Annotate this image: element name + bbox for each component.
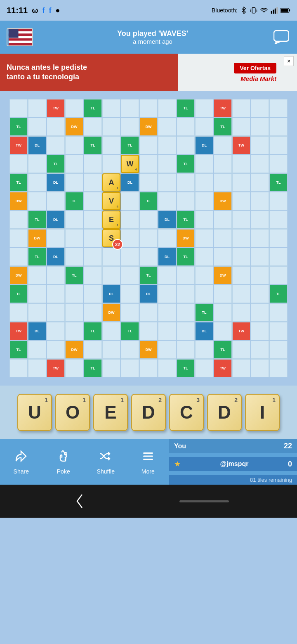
cell-7-12 bbox=[214, 211, 232, 229]
cell-1-5: TL bbox=[84, 99, 102, 117]
cell-3-15 bbox=[269, 136, 288, 154]
ad-banner[interactable]: Nunca antes le pedistetanto a tu tecnolo… bbox=[0, 54, 297, 91]
cell-8-15 bbox=[269, 229, 288, 247]
cell-13-3 bbox=[47, 322, 65, 340]
cell-9-9: DL bbox=[158, 248, 176, 266]
cell-1-4 bbox=[65, 99, 83, 117]
cell-15-4 bbox=[65, 359, 83, 377]
cell-1-15 bbox=[269, 99, 288, 117]
cell-4-14 bbox=[251, 155, 269, 173]
chat-button[interactable] bbox=[272, 28, 290, 46]
cell-7-15 bbox=[269, 211, 288, 229]
rack-tile-O[interactable]: 1 O bbox=[55, 394, 90, 431]
cell-5-2 bbox=[28, 173, 46, 192]
rack-tile-U[interactable]: 1 U bbox=[17, 394, 52, 431]
cell-13-10 bbox=[177, 322, 195, 340]
svg-rect-22 bbox=[9, 29, 19, 38]
cell-14-2 bbox=[28, 341, 46, 359]
rack-tile-D[interactable]: 2 D bbox=[131, 394, 166, 431]
cell-12-8 bbox=[139, 303, 158, 322]
status-left: 11:11 ω f f ● bbox=[7, 6, 60, 15]
cell-6-2 bbox=[28, 192, 46, 210]
cell-12-1 bbox=[9, 303, 28, 322]
cell-14-10 bbox=[177, 341, 195, 359]
cell-3-8 bbox=[139, 136, 158, 154]
cell-13-15 bbox=[269, 322, 288, 340]
back-button[interactable] bbox=[68, 493, 93, 509]
cell-11-4 bbox=[65, 285, 83, 303]
battery-icon bbox=[280, 7, 290, 14]
cell-15-8 bbox=[139, 359, 158, 377]
cell-7-8 bbox=[139, 211, 158, 229]
cell-6-13 bbox=[232, 192, 250, 210]
cell-9-12 bbox=[214, 248, 232, 266]
tile-A: A1 bbox=[102, 173, 120, 192]
cell-7-7 bbox=[121, 211, 139, 229]
poke-button[interactable]: Poke bbox=[42, 446, 85, 478]
cell-3-2: DL bbox=[28, 136, 46, 154]
opponent-name: @jmspqr bbox=[220, 460, 249, 468]
cell-14-9 bbox=[158, 341, 176, 359]
cell-1-3: TW bbox=[47, 99, 65, 117]
rack-tile-I[interactable]: 1 I bbox=[245, 394, 280, 431]
cell-6-12: DW bbox=[214, 192, 232, 210]
rack-tile-score-E: 1 bbox=[120, 397, 124, 403]
cell-13-9 bbox=[158, 322, 176, 340]
cell-2-7 bbox=[121, 118, 139, 136]
cell-13-11: DL bbox=[195, 322, 213, 340]
cell-9-15 bbox=[269, 248, 288, 266]
cell-14-13 bbox=[232, 341, 250, 359]
cell-3-3 bbox=[47, 136, 65, 154]
shuffle-icon bbox=[99, 450, 112, 466]
cell-4-9 bbox=[158, 155, 176, 173]
cell-10-9 bbox=[158, 266, 176, 284]
cell-10-12: DW bbox=[214, 266, 232, 284]
svg-rect-26 bbox=[143, 455, 153, 457]
cell-15-14 bbox=[251, 359, 269, 377]
cell-13-14 bbox=[251, 322, 269, 340]
cell-2-8: DW bbox=[139, 118, 158, 136]
cell-1-14 bbox=[251, 99, 269, 117]
bluetooth-icon: Bluetooth; bbox=[212, 7, 238, 14]
cell-8-8 bbox=[139, 229, 158, 247]
cell-9-14 bbox=[251, 248, 269, 266]
cell-14-6 bbox=[102, 341, 120, 359]
cell-1-2 bbox=[28, 99, 46, 117]
cell-8-4 bbox=[65, 229, 83, 247]
rack-tile-C[interactable]: 3 C bbox=[169, 394, 204, 431]
cell-8-5 bbox=[84, 229, 102, 247]
shuffle-button[interactable]: Shuffle bbox=[85, 446, 127, 478]
cell-4-8 bbox=[139, 155, 158, 173]
more-button[interactable]: More bbox=[127, 446, 170, 478]
rack-tile-E[interactable]: 1 E bbox=[93, 394, 128, 431]
flag-icon[interactable] bbox=[7, 28, 33, 46]
cell-2-3 bbox=[47, 118, 65, 136]
cell-12-15 bbox=[269, 303, 288, 322]
dot-icon: ● bbox=[55, 6, 60, 15]
cell-1-1 bbox=[9, 99, 28, 117]
cell-1-6 bbox=[102, 99, 120, 117]
svg-rect-9 bbox=[275, 9, 276, 14]
cell-6-3 bbox=[47, 192, 65, 210]
rack-tile-D2[interactable]: 2 D bbox=[207, 394, 242, 431]
more-icon bbox=[141, 450, 155, 466]
cell-12-3 bbox=[47, 303, 65, 322]
cell-7-4 bbox=[65, 211, 83, 229]
cell-3-5: TL bbox=[84, 136, 102, 154]
cell-9-8 bbox=[139, 248, 158, 266]
cell-11-10 bbox=[177, 285, 195, 303]
cell-13-12 bbox=[214, 322, 232, 340]
cell-14-5 bbox=[84, 341, 102, 359]
cell-9-6 bbox=[102, 248, 120, 266]
share-button[interactable]: Share bbox=[0, 446, 42, 478]
shuffle-label: Shuffle bbox=[97, 468, 115, 475]
ad-close-button[interactable]: × bbox=[284, 56, 294, 66]
cell-11-13 bbox=[232, 285, 250, 303]
svg-rect-25 bbox=[143, 452, 153, 454]
ad-button[interactable]: Ver Ofertas bbox=[234, 63, 276, 73]
cell-8-12 bbox=[214, 229, 232, 247]
cell-11-3 bbox=[47, 285, 65, 303]
cell-5-15: TL bbox=[269, 173, 288, 192]
cell-3-10 bbox=[177, 136, 195, 154]
svg-rect-0 bbox=[252, 7, 255, 13]
